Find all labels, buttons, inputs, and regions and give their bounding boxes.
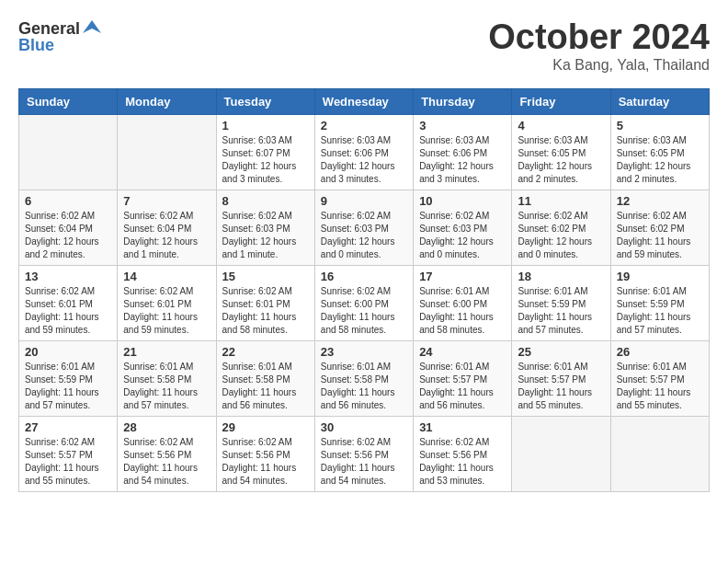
calendar-cell: 26Sunrise: 6:01 AM Sunset: 5:57 PM Dayli… bbox=[610, 340, 709, 416]
day-number: 31 bbox=[419, 420, 506, 434]
weekday-header-wednesday: Wednesday bbox=[314, 88, 413, 114]
day-number: 2 bbox=[321, 119, 407, 132]
day-info: Sunrise: 6:03 AM Sunset: 6:05 PM Dayligh… bbox=[617, 134, 703, 186]
month-title: October 2024 bbox=[488, 18, 710, 57]
logo-blue-text: Blue bbox=[18, 36, 101, 55]
day-info: Sunrise: 6:02 AM Sunset: 6:01 PM Dayligh… bbox=[25, 285, 111, 337]
day-info: Sunrise: 6:01 AM Sunset: 5:57 PM Dayligh… bbox=[518, 361, 604, 412]
day-number: 8 bbox=[222, 194, 309, 208]
calendar-cell: 11Sunrise: 6:02 AM Sunset: 6:02 PM Dayli… bbox=[512, 190, 610, 265]
day-info: Sunrise: 6:03 AM Sunset: 6:05 PM Dayligh… bbox=[518, 134, 604, 186]
calendar-cell: 13Sunrise: 6:02 AM Sunset: 6:01 PM Dayli… bbox=[19, 265, 118, 340]
day-number: 25 bbox=[518, 345, 604, 359]
day-number: 24 bbox=[419, 345, 506, 359]
logo: General Blue bbox=[18, 18, 101, 55]
calendar-week-5: 27Sunrise: 6:02 AM Sunset: 5:57 PM Dayli… bbox=[19, 416, 710, 491]
day-info: Sunrise: 6:02 AM Sunset: 6:04 PM Dayligh… bbox=[25, 210, 111, 261]
calendar-cell: 2Sunrise: 6:03 AM Sunset: 6:06 PM Daylig… bbox=[314, 114, 413, 190]
day-number: 9 bbox=[321, 194, 407, 208]
calendar-cell: 9Sunrise: 6:02 AM Sunset: 6:03 PM Daylig… bbox=[314, 190, 413, 265]
calendar-week-2: 6Sunrise: 6:02 AM Sunset: 6:04 PM Daylig… bbox=[19, 190, 710, 265]
calendar-cell: 27Sunrise: 6:02 AM Sunset: 5:57 PM Dayli… bbox=[19, 416, 118, 491]
calendar-cell bbox=[512, 416, 610, 491]
calendar-cell: 10Sunrise: 6:02 AM Sunset: 6:03 PM Dayli… bbox=[414, 190, 512, 265]
day-info: Sunrise: 6:02 AM Sunset: 6:03 PM Dayligh… bbox=[222, 210, 309, 261]
calendar-cell: 20Sunrise: 6:01 AM Sunset: 5:59 PM Dayli… bbox=[19, 340, 118, 416]
day-info: Sunrise: 6:02 AM Sunset: 5:56 PM Dayligh… bbox=[222, 436, 309, 488]
calendar-cell: 7Sunrise: 6:02 AM Sunset: 6:04 PM Daylig… bbox=[118, 190, 216, 265]
day-info: Sunrise: 6:02 AM Sunset: 6:04 PM Dayligh… bbox=[123, 210, 210, 261]
day-info: Sunrise: 6:02 AM Sunset: 5:56 PM Dayligh… bbox=[419, 436, 506, 488]
calendar-cell: 17Sunrise: 6:01 AM Sunset: 6:00 PM Dayli… bbox=[414, 265, 512, 340]
calendar-week-1: 1Sunrise: 6:03 AM Sunset: 6:07 PM Daylig… bbox=[19, 114, 710, 190]
calendar-cell: 4Sunrise: 6:03 AM Sunset: 6:05 PM Daylig… bbox=[512, 114, 610, 190]
day-info: Sunrise: 6:01 AM Sunset: 5:58 PM Dayligh… bbox=[123, 361, 210, 412]
day-number: 27 bbox=[25, 420, 111, 434]
calendar-cell: 28Sunrise: 6:02 AM Sunset: 5:56 PM Dayli… bbox=[118, 416, 216, 491]
day-number: 12 bbox=[617, 194, 703, 208]
day-number: 1 bbox=[222, 119, 309, 132]
calendar-cell: 29Sunrise: 6:02 AM Sunset: 5:56 PM Dayli… bbox=[216, 416, 314, 491]
day-number: 21 bbox=[123, 345, 210, 359]
day-number: 30 bbox=[321, 420, 407, 434]
day-info: Sunrise: 6:01 AM Sunset: 5:59 PM Dayligh… bbox=[518, 285, 604, 337]
day-number: 16 bbox=[321, 270, 407, 283]
day-number: 26 bbox=[617, 345, 703, 359]
day-info: Sunrise: 6:02 AM Sunset: 6:00 PM Dayligh… bbox=[321, 285, 407, 337]
day-info: Sunrise: 6:01 AM Sunset: 6:00 PM Dayligh… bbox=[419, 285, 506, 337]
calendar-cell: 21Sunrise: 6:01 AM Sunset: 5:58 PM Dayli… bbox=[118, 340, 216, 416]
day-info: Sunrise: 6:03 AM Sunset: 6:07 PM Dayligh… bbox=[222, 134, 309, 186]
day-info: Sunrise: 6:02 AM Sunset: 5:56 PM Dayligh… bbox=[123, 436, 210, 488]
day-info: Sunrise: 6:01 AM Sunset: 5:58 PM Dayligh… bbox=[321, 361, 407, 412]
calendar-cell: 8Sunrise: 6:02 AM Sunset: 6:03 PM Daylig… bbox=[216, 190, 314, 265]
calendar-cell: 16Sunrise: 6:02 AM Sunset: 6:00 PM Dayli… bbox=[314, 265, 413, 340]
weekday-header-monday: Monday bbox=[118, 88, 216, 114]
day-number: 15 bbox=[222, 270, 309, 283]
day-number: 20 bbox=[25, 345, 111, 359]
weekday-header-thursday: Thursday bbox=[414, 88, 512, 114]
day-info: Sunrise: 6:01 AM Sunset: 5:58 PM Dayligh… bbox=[222, 361, 309, 412]
day-number: 14 bbox=[123, 270, 210, 283]
day-number: 5 bbox=[617, 119, 703, 132]
calendar-cell: 18Sunrise: 6:01 AM Sunset: 5:59 PM Dayli… bbox=[512, 265, 610, 340]
day-info: Sunrise: 6:01 AM Sunset: 5:59 PM Dayligh… bbox=[617, 285, 703, 337]
day-number: 10 bbox=[419, 194, 506, 208]
day-number: 22 bbox=[222, 345, 309, 359]
calendar-cell: 24Sunrise: 6:01 AM Sunset: 5:57 PM Dayli… bbox=[414, 340, 512, 416]
day-number: 11 bbox=[518, 194, 604, 208]
day-info: Sunrise: 6:02 AM Sunset: 6:03 PM Dayligh… bbox=[321, 210, 407, 261]
day-number: 28 bbox=[123, 420, 210, 434]
day-info: Sunrise: 6:02 AM Sunset: 6:01 PM Dayligh… bbox=[123, 285, 210, 337]
calendar-cell: 12Sunrise: 6:02 AM Sunset: 6:02 PM Dayli… bbox=[610, 190, 709, 265]
day-number: 13 bbox=[25, 270, 111, 283]
location-title: Ka Bang, Yala, Thailand bbox=[488, 57, 710, 74]
day-info: Sunrise: 6:03 AM Sunset: 6:06 PM Dayligh… bbox=[321, 134, 407, 186]
calendar-header-row: SundayMondayTuesdayWednesdayThursdayFrid… bbox=[19, 88, 710, 114]
day-number: 4 bbox=[518, 119, 604, 132]
title-block: October 2024 Ka Bang, Yala, Thailand bbox=[488, 18, 710, 74]
day-number: 3 bbox=[419, 119, 506, 132]
calendar-cell: 5Sunrise: 6:03 AM Sunset: 6:05 PM Daylig… bbox=[610, 114, 709, 190]
svg-marker-0 bbox=[83, 20, 101, 33]
calendar-cell: 14Sunrise: 6:02 AM Sunset: 6:01 PM Dayli… bbox=[118, 265, 216, 340]
calendar-body: 1Sunrise: 6:03 AM Sunset: 6:07 PM Daylig… bbox=[19, 114, 710, 491]
calendar-week-3: 13Sunrise: 6:02 AM Sunset: 6:01 PM Dayli… bbox=[19, 265, 710, 340]
calendar-cell: 6Sunrise: 6:02 AM Sunset: 6:04 PM Daylig… bbox=[19, 190, 118, 265]
day-number: 6 bbox=[25, 194, 111, 208]
day-number: 29 bbox=[222, 420, 309, 434]
calendar-cell: 1Sunrise: 6:03 AM Sunset: 6:07 PM Daylig… bbox=[216, 114, 314, 190]
calendar-cell: 31Sunrise: 6:02 AM Sunset: 5:56 PM Dayli… bbox=[414, 416, 512, 491]
calendar-cell: 22Sunrise: 6:01 AM Sunset: 5:58 PM Dayli… bbox=[216, 340, 314, 416]
calendar-cell bbox=[118, 114, 216, 190]
day-number: 7 bbox=[123, 194, 210, 208]
calendar-cell: 30Sunrise: 6:02 AM Sunset: 5:56 PM Dayli… bbox=[314, 416, 413, 491]
day-number: 17 bbox=[419, 270, 506, 283]
weekday-header-sunday: Sunday bbox=[19, 88, 118, 114]
day-info: Sunrise: 6:02 AM Sunset: 6:02 PM Dayligh… bbox=[518, 210, 604, 261]
day-info: Sunrise: 6:01 AM Sunset: 5:57 PM Dayligh… bbox=[617, 361, 703, 412]
day-info: Sunrise: 6:01 AM Sunset: 5:59 PM Dayligh… bbox=[25, 361, 111, 412]
day-number: 18 bbox=[518, 270, 604, 283]
day-info: Sunrise: 6:02 AM Sunset: 5:56 PM Dayligh… bbox=[321, 436, 407, 488]
calendar-cell bbox=[610, 416, 709, 491]
calendar-cell: 15Sunrise: 6:02 AM Sunset: 6:01 PM Dayli… bbox=[216, 265, 314, 340]
